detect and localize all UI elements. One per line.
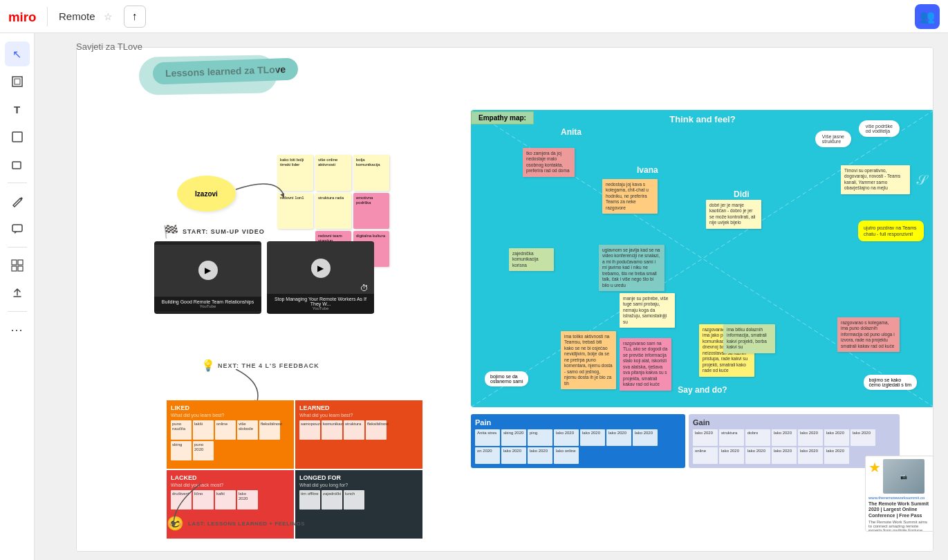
summit-card[interactable]: ★ 📷 www.theremoteworksummit.co The Remot… [865, 456, 933, 532]
liked-sticky-5[interactable]: fleksibilnost [259, 420, 280, 440]
learned-sticky-1[interactable]: samopouzdanje [299, 420, 320, 440]
learned-sticky-3[interactable]: struktura [344, 420, 364, 440]
learned-sticky-2[interactable]: komunikacija [322, 420, 342, 440]
liked-sticky-3[interactable]: online [215, 420, 236, 440]
pain-title: Pain [475, 418, 681, 427]
pain-s10[interactable]: lako 2020 [528, 447, 552, 464]
emp-sticky-didi-1[interactable]: dobri jer je manje kaotičan - dobro je j… [706, 200, 761, 229]
pain-s11[interactable]: lako online [554, 447, 579, 464]
learned-header: LEARNED [299, 404, 418, 411]
gain-s2[interactable]: struktura [719, 429, 744, 446]
sticky-top-5[interactable]: struktura rada [315, 193, 351, 229]
emp-sticky-ivana-1[interactable]: nedostaju joj kava s kolegama, chit-chat… [602, 179, 658, 214]
video-2[interactable]: ▶ ⏱ Stop Managing Your Remote Workers As… [267, 241, 374, 314]
empathy-map: Think and feel? Anita Ivana Didi Need? S… [471, 110, 933, 407]
summit-card-content: ★ 📷 [868, 459, 931, 494]
gain-s10[interactable]: lako 2020 [745, 447, 770, 464]
lacked-sticky-1[interactable]: društveni [171, 490, 192, 510]
pain-s1[interactable]: Anita stres [475, 429, 500, 446]
gain-s4[interactable]: lako 2020 [772, 429, 797, 446]
canvas-area[interactable]: Lessons learned za TLove kako biti bolji… [35, 33, 948, 560]
svg-rect-9 [18, 266, 23, 271]
gain-s13[interactable]: lako 2020 [824, 447, 849, 464]
flag-icon: 🏁 [163, 224, 178, 239]
svg-rect-2 [15, 79, 20, 84]
learned-sticky-4[interactable]: fleksibilnost [366, 420, 387, 440]
board-right-section: Empathy map: Think and feel? Anita Ivana… [436, 48, 933, 552]
gain-s12[interactable]: lako 2020 [798, 447, 823, 464]
sticky-top-3[interactable]: bolja komunikacija [353, 155, 389, 191]
board-title: Remote [59, 10, 95, 22]
favorite-star-icon[interactable]: ☆ [104, 11, 113, 22]
summit-image: 📷 [883, 459, 924, 494]
frame-grid-tool-button[interactable] [5, 253, 30, 278]
longed-header: LONGED FOR [299, 474, 418, 481]
cloud-bottom-left: bojimo se daostanemo sami [485, 371, 528, 386]
more-tools-button[interactable]: ··· [5, 317, 30, 342]
lacked-sub: What did you lack most? [171, 483, 290, 487]
liked-sticky-1[interactable]: puno naučila [171, 420, 192, 440]
svg-rect-8 [12, 266, 17, 271]
sticky-top-6[interactable]: emotivna podrška [353, 193, 389, 229]
video-1-source: YouTube [157, 304, 259, 308]
lacked-sticky-4[interactable]: lako 2020 [237, 490, 258, 510]
gain-s9[interactable]: lako 2020 [719, 447, 744, 464]
gain-s3[interactable]: dobro [745, 429, 770, 446]
liked-header: LIKED [171, 404, 290, 411]
longed-sticky-1[interactable]: tim offline [299, 490, 320, 510]
upload-tool-button[interactable] [5, 281, 30, 306]
sticky-top-1[interactable]: kako biti bolji timski lider [277, 155, 313, 191]
pen-tool-button[interactable] [5, 189, 30, 214]
liked-sticky-6[interactable]: sbing [171, 441, 192, 460]
emp-sticky-say-4[interactable]: razgovarao s kolegama, ima puno dolaznih… [837, 317, 900, 352]
longed-sticky-2[interactable]: zajednički [322, 490, 342, 510]
longed-sticky-3[interactable]: lunch [344, 490, 364, 510]
gain-s11[interactable]: lako 2020 [772, 447, 797, 464]
liked-sticky-7[interactable]: puno 2020 [193, 441, 214, 460]
sticky-top-2[interactable]: više online aktivnosti [315, 155, 351, 191]
pain-s2[interactable]: sbing 2020 [501, 429, 526, 446]
shapes-tool-button[interactable] [5, 152, 30, 177]
emp-sticky-gain-area[interactable]: ima bitku dolaznih informacija, smatrali… [723, 324, 775, 353]
pain-s6[interactable]: lako 2020 [606, 429, 631, 446]
gain-s5[interactable]: lako 2020 [798, 429, 823, 446]
gain-s7[interactable]: lako 2020 [851, 429, 875, 446]
think-feel-label: Think and feel? [669, 114, 735, 124]
video-1[interactable]: ▶ Building Good Remote Team Relationship… [154, 241, 261, 314]
pain-s8[interactable]: on 2020 [475, 447, 500, 464]
pain-s4[interactable]: lako 2020 [554, 429, 579, 446]
emp-sticky-ivana-2[interactable]: uglavnom se javlja kad se na video konfe… [599, 245, 664, 291]
sticky-top-4[interactable]: redovni 1on1 [277, 193, 313, 229]
liked-sub: What did you learn best? [171, 413, 290, 418]
gain-s1[interactable]: lako 2020 [693, 429, 718, 446]
svg-rect-4 [12, 162, 21, 169]
text-tool-button[interactable]: T [5, 97, 30, 122]
gain-s8[interactable]: online [693, 447, 718, 464]
izazovi-bubble: Izazovi [177, 176, 236, 212]
lacked-sticky-2[interactable]: lično [193, 490, 214, 510]
emp-sticky-say-1[interactable]: ima toliko aktivnosti na Teamsu, trebaš … [561, 331, 616, 389]
pain-s7[interactable]: lako 2020 [633, 429, 658, 446]
liked-sticky-2[interactable]: lakši [193, 420, 214, 440]
lacked-sticky-3[interactable]: kafić [215, 490, 236, 510]
frames-tool-button[interactable] [5, 69, 30, 94]
gain-s6[interactable]: lako 2020 [824, 429, 849, 446]
emp-sticky-say-2[interactable]: razgovarao sam na TLu, ako se dogodi da … [620, 338, 671, 391]
emp-sticky-need-1[interactable]: zajednička komunikacija korisna [509, 248, 554, 271]
pain-s5[interactable]: lako 2020 [580, 429, 605, 446]
avatar-button[interactable]: 👥 [915, 4, 940, 29]
share-button[interactable]: ↑ [124, 6, 146, 28]
empathy-map-label: Empathy map: [471, 111, 534, 124]
emp-sticky-anita-1[interactable]: tko zamjera da joj nedostaje malo osobno… [523, 148, 575, 177]
emp-sticky-need-central[interactable]: manje su potrebe, više tuge sami probaju… [620, 293, 675, 328]
emp-sticky-right-1[interactable]: Timovi su operativno, dogovaraju, novost… [841, 165, 910, 194]
select-tool-button[interactable]: ↖ [5, 41, 30, 66]
person-ivana: Ivana [637, 165, 658, 175]
pain-s9[interactable]: lako 2020 [501, 447, 526, 464]
pain-s3[interactable]: ping [528, 429, 552, 446]
liked-sticky-4[interactable]: više slobode [237, 420, 258, 440]
sticky-tool-button[interactable] [5, 124, 30, 149]
comment-tool-button[interactable] [5, 216, 30, 241]
toolbar-separator-3 [8, 311, 27, 312]
longed-stickies: tim offline zajednički lunch [299, 490, 418, 510]
